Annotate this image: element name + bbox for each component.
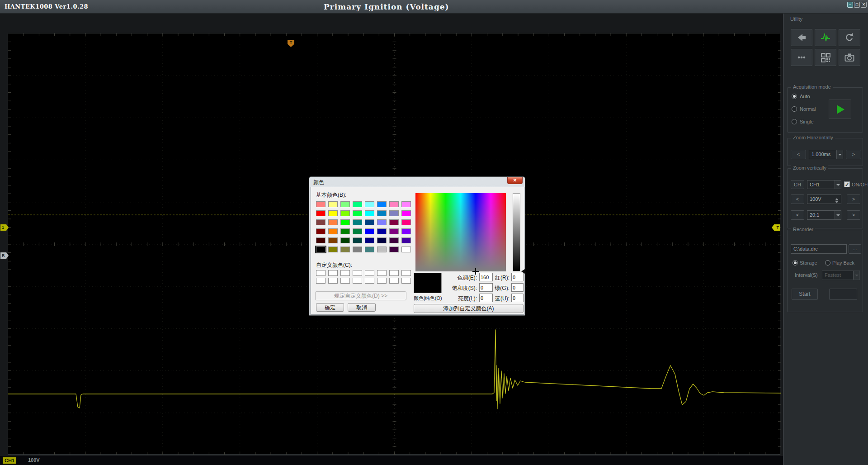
basic-color-swatch[interactable] <box>389 210 399 216</box>
basic-color-swatch[interactable] <box>401 210 411 216</box>
saturation-input[interactable] <box>479 283 493 292</box>
timebase-decrease-button[interactable]: < <box>791 150 806 159</box>
basic-color-swatch[interactable] <box>328 237 338 243</box>
basic-color-swatch[interactable] <box>328 219 338 225</box>
spinner-arrows-icon[interactable] <box>835 196 840 205</box>
radio-normal-label[interactable]: Normal <box>800 106 816 112</box>
radio-storage-label[interactable]: Storage <box>800 260 817 266</box>
basic-color-swatch[interactable] <box>401 237 411 243</box>
custom-color-swatch[interactable] <box>389 278 399 284</box>
custom-color-swatch[interactable] <box>401 270 411 276</box>
screenshot-button[interactable] <box>839 49 860 66</box>
custom-color-swatch[interactable] <box>377 270 387 276</box>
probe-ratio-select[interactable]: 20:1 <box>807 210 841 220</box>
basic-color-swatch[interactable] <box>340 201 350 207</box>
probe-decrease-button[interactable]: < <box>791 210 804 220</box>
luminance-input[interactable] <box>479 294 493 302</box>
basic-color-swatch[interactable] <box>340 228 350 234</box>
red-input[interactable] <box>511 273 524 281</box>
custom-color-swatch[interactable] <box>353 278 362 284</box>
radio-playback[interactable] <box>825 260 830 266</box>
radio-single[interactable] <box>792 119 797 124</box>
basic-color-swatch[interactable] <box>365 247 374 252</box>
custom-color-swatch[interactable] <box>389 270 399 276</box>
basic-color-swatch[interactable] <box>316 228 326 234</box>
volts-decrease-button[interactable]: < <box>791 195 804 204</box>
basic-color-swatch[interactable] <box>365 201 374 207</box>
basic-color-swatch[interactable] <box>353 237 362 243</box>
basic-color-swatch[interactable] <box>353 201 362 207</box>
close-button[interactable]: ✕ <box>861 2 867 8</box>
basic-color-swatch[interactable] <box>365 219 374 225</box>
custom-color-swatch[interactable] <box>377 278 387 284</box>
timebase-select[interactable]: 1.000ms <box>809 150 843 159</box>
basic-color-swatch[interactable] <box>377 219 387 225</box>
basic-color-swatch[interactable] <box>316 237 326 243</box>
basic-color-swatch[interactable] <box>377 237 387 243</box>
dropdown-arrow-icon[interactable] <box>835 180 841 189</box>
basic-color-swatch[interactable] <box>377 210 387 216</box>
channel-onoff-checkbox[interactable]: ✓ <box>844 181 850 187</box>
basic-color-swatch[interactable] <box>340 247 350 252</box>
waveform-mode-button[interactable] <box>815 29 836 46</box>
basic-color-swatch[interactable] <box>353 247 362 252</box>
basic-color-swatch[interactable] <box>401 219 411 225</box>
basic-color-swatch[interactable] <box>377 247 387 252</box>
custom-color-swatch[interactable] <box>365 270 374 276</box>
basic-color-swatch[interactable] <box>316 247 326 252</box>
back-button[interactable] <box>791 29 812 46</box>
custom-color-swatch[interactable] <box>328 278 338 284</box>
basic-color-swatch[interactable] <box>389 201 399 207</box>
channel-button[interactable]: CH <box>791 180 804 189</box>
ok-button[interactable]: 确定 <box>316 303 344 312</box>
radio-single-label[interactable]: Single <box>800 119 814 124</box>
more-options-button[interactable] <box>791 49 812 66</box>
radio-storage[interactable] <box>793 260 798 266</box>
probe-increase-button[interactable]: > <box>847 210 860 220</box>
basic-color-swatch[interactable] <box>389 228 399 234</box>
basic-color-swatch[interactable] <box>328 228 338 234</box>
radio-playback-label[interactable]: Play Back <box>832 260 854 266</box>
radio-auto-label[interactable]: Auto <box>800 94 810 99</box>
record-start-button[interactable]: Start <box>792 289 818 300</box>
basic-color-swatch[interactable] <box>389 219 399 225</box>
hue-input[interactable] <box>479 273 493 281</box>
timebase-increase-button[interactable]: > <box>846 150 861 159</box>
custom-color-swatch[interactable] <box>401 278 411 284</box>
basic-color-swatch[interactable] <box>365 237 374 243</box>
custom-color-swatch[interactable] <box>340 278 350 284</box>
hue-saturation-field[interactable] <box>415 193 506 271</box>
basic-color-swatch[interactable] <box>401 201 411 207</box>
qr-code-button[interactable] <box>815 49 836 66</box>
basic-color-swatch[interactable] <box>328 210 338 216</box>
undo-button[interactable] <box>839 29 860 46</box>
basic-color-swatch[interactable] <box>389 237 399 243</box>
basic-color-swatch[interactable] <box>401 247 411 252</box>
basic-color-swatch[interactable] <box>389 247 399 252</box>
basic-color-swatch[interactable] <box>340 219 350 225</box>
basic-color-swatch[interactable] <box>353 219 362 225</box>
basic-color-swatch[interactable] <box>316 219 326 225</box>
basic-color-swatch[interactable] <box>377 228 387 234</box>
custom-color-swatch[interactable] <box>328 270 338 276</box>
basic-color-swatch[interactable] <box>316 201 326 207</box>
basic-color-swatch[interactable] <box>328 201 338 207</box>
custom-color-swatch[interactable] <box>316 270 326 276</box>
volts-increase-button[interactable]: > <box>847 195 860 204</box>
blue-input[interactable] <box>511 294 524 302</box>
custom-color-swatch[interactable] <box>316 278 326 284</box>
maximize-button[interactable]: □ <box>854 2 860 8</box>
radio-normal[interactable] <box>792 106 797 112</box>
basic-color-swatch[interactable] <box>340 237 350 243</box>
basic-color-swatch[interactable] <box>365 228 374 234</box>
minimize-button[interactable]: − <box>847 2 853 8</box>
basic-color-swatch[interactable] <box>365 210 374 216</box>
record-path-input[interactable]: C:\data.drc <box>791 244 847 254</box>
luminance-bar[interactable] <box>513 193 520 271</box>
radio-auto[interactable] <box>792 94 797 99</box>
browse-button[interactable]: ... <box>849 244 861 254</box>
channel1-badge[interactable]: CH1 <box>3 457 16 464</box>
hue-saturation-cursor[interactable] <box>472 268 479 275</box>
add-to-custom-colors-button[interactable]: 添加到自定义颜色(A) <box>414 304 524 313</box>
custom-color-swatch[interactable] <box>353 270 362 276</box>
